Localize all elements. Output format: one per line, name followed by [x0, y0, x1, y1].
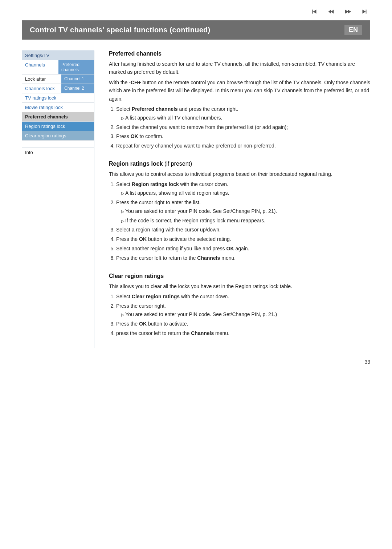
preferred-step-4: Repeat for every channel you want to mak… — [116, 142, 370, 150]
svg-marker-3 — [328, 10, 331, 14]
sidebar-label-clearregion: Clear region ratings — [22, 131, 94, 140]
preferred-para-1: After having finished to search for and … — [109, 60, 370, 76]
region-step-2-sub2: If the code is correct, the Region ratin… — [121, 217, 370, 225]
language-badge: EN — [344, 25, 362, 35]
sidebar-label-tvratings: TV ratings lock — [22, 93, 94, 102]
right-content: Preferred channels After having finished… — [109, 51, 370, 348]
sidebar-row-lockafter[interactable]: Lock after Channel 1 — [22, 74, 94, 84]
clear-region-step-2-sub: You are asked to enter your PIN code. Se… — [121, 310, 370, 319]
sidebar-label-channels: Channels — [22, 60, 58, 74]
region-step-6: Press the cursor left to return to the C… — [116, 254, 370, 263]
rewind-button[interactable] — [325, 7, 337, 17]
sidebar-value-channels: Preferred channels — [58, 60, 94, 74]
sidebar-label-info: Info — [22, 148, 94, 157]
svg-marker-6 — [363, 10, 366, 14]
section-region-ratings-lock: Region ratings lock (if present) This al… — [109, 161, 370, 263]
region-heading-suffix: (if present) — [164, 161, 192, 167]
clear-region-steps-list: Select Clear region ratings with the cur… — [116, 292, 370, 338]
sidebar-row-info[interactable]: Info — [22, 148, 94, 157]
region-step-5: Select another region rating if you like… — [116, 245, 370, 253]
skip-back-button[interactable] — [309, 7, 320, 17]
sidebar-row-preferred[interactable]: Preferred channels — [22, 112, 94, 122]
sidebar-label-movieratings: Movie ratings lock — [22, 103, 94, 112]
sidebar-label-lockafter: Lock after — [22, 74, 61, 84]
preferred-steps-list: Select Preferred channels and press the … — [116, 105, 370, 150]
page-title: Control TV channels' special functions (… — [30, 26, 211, 34]
sidebar-spacer — [22, 141, 94, 148]
preferred-step-3: Press OK to confirm. — [116, 132, 370, 141]
sidebar-label-preferred: Preferred channels — [22, 112, 94, 121]
clear-region-step-3: Press the OK button to activate. — [116, 320, 370, 328]
preferred-step-1: Select Preferred channels and press the … — [116, 105, 370, 122]
region-ratings-body: This allows you to control access to ind… — [109, 170, 370, 178]
clear-region-heading: Clear region ratings — [109, 273, 370, 279]
main-content: Settings/TV Channels Preferred channels … — [22, 51, 370, 348]
preferred-step-1-sub: A list appears with all TV channel numbe… — [121, 114, 370, 122]
top-navigation — [0, 0, 392, 20]
sidebar-row-movieratings[interactable]: Movie ratings lock — [22, 103, 94, 112]
clear-region-step-2: Press the cursor right. You are asked to… — [116, 302, 370, 319]
region-step-1-sub: A list appears, showing all valid region… — [121, 189, 370, 198]
sidebar-title: Settings/TV — [22, 51, 94, 60]
skip-forward-button[interactable] — [359, 7, 370, 17]
clear-region-body: This allows you to clear all the locks y… — [109, 282, 370, 290]
sidebar-menu: Settings/TV Channels Preferred channels … — [22, 51, 94, 348]
header-banner: Control TV channels' special functions (… — [22, 20, 370, 40]
section-clear-region-ratings: Clear region ratings This allows you to … — [109, 273, 370, 338]
forward-button[interactable] — [342, 7, 354, 17]
sidebar-value-lockafter: Channel 1 — [61, 74, 94, 84]
sidebar-row-tvratings[interactable]: TV ratings lock — [22, 93, 94, 103]
region-steps-list: Select Region ratings lock with the curs… — [116, 180, 370, 262]
preferred-step-2: Select the channel you want to remove fr… — [116, 123, 370, 132]
region-ratings-lock-heading: Region ratings lock (if present) — [109, 161, 370, 167]
sidebar-row-channelslock[interactable]: Channels lock Channel 2 — [22, 84, 94, 93]
sidebar-value-channelslock: Channel 2 — [61, 84, 94, 93]
svg-marker-2 — [331, 10, 334, 14]
sidebar-label-regionratings: Region ratings lock — [22, 122, 94, 131]
svg-marker-0 — [313, 10, 313, 14]
region-step-3: Select a region rating with the cursor u… — [116, 226, 370, 234]
preferred-para-2: With the -CH+ button on the remote contr… — [109, 78, 370, 103]
region-step-2: Press the cursor right to enter the list… — [116, 198, 370, 225]
region-para-1: This allows you to control access to ind… — [109, 170, 370, 178]
svg-marker-7 — [366, 10, 367, 14]
sidebar-label-channelslock: Channels lock — [22, 84, 61, 93]
clear-region-para-1: This allows you to clear all the locks y… — [109, 282, 370, 290]
clear-region-step-1: Select Clear region ratings with the cur… — [116, 292, 370, 301]
sidebar-row-regionratings[interactable]: Region ratings lock — [22, 122, 94, 131]
preferred-channels-body: After having finished to search for and … — [109, 60, 370, 103]
svg-marker-5 — [348, 10, 351, 14]
region-step-2-sub1: You are asked to enter your PIN code. Se… — [121, 207, 370, 216]
region-step-4: Press the OK button to activate the sele… — [116, 235, 370, 244]
preferred-channels-heading: Preferred channels — [109, 51, 370, 57]
sidebar-row-channels[interactable]: Channels Preferred channels — [22, 60, 94, 74]
svg-marker-1 — [313, 10, 316, 14]
region-step-1: Select Region ratings lock with the curs… — [116, 180, 370, 198]
page-number: 33 — [0, 348, 392, 372]
clear-region-step-4: press the cursor left to return the Chan… — [116, 329, 370, 338]
sidebar-row-clearregion[interactable]: Clear region ratings — [22, 131, 94, 141]
section-preferred-channels: Preferred channels After having finished… — [109, 51, 370, 150]
